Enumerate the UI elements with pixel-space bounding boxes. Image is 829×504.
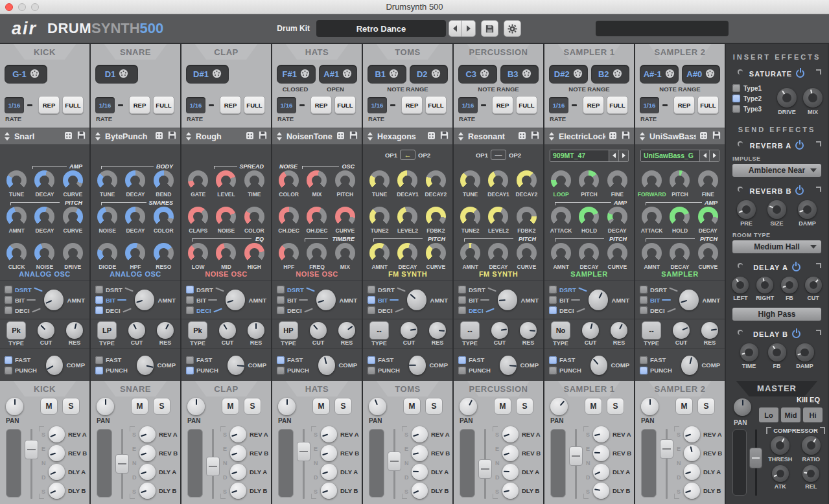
mute-button[interactable]: M xyxy=(312,398,330,415)
bit-checkbox[interactable] xyxy=(277,296,285,304)
fast-checkbox[interactable] xyxy=(640,356,648,364)
dist-amount-knob[interactable] xyxy=(44,290,64,310)
save-preset-button[interactable] xyxy=(711,131,722,142)
send-knob[interactable] xyxy=(684,426,700,442)
right-knob[interactable] xyxy=(756,277,773,293)
color-knob[interactable] xyxy=(244,207,264,227)
send-knob[interactable] xyxy=(321,464,337,480)
solo-button[interactable]: S xyxy=(607,398,624,415)
pre-knob[interactable] xyxy=(737,200,756,219)
mute-button[interactable]: M xyxy=(675,398,693,415)
rep-button[interactable]: REP xyxy=(220,96,241,114)
volume-fader-handle[interactable] xyxy=(569,446,583,466)
decay-knob[interactable] xyxy=(34,207,54,227)
rate-value[interactable]: 1/16 xyxy=(95,97,115,113)
mute-button[interactable]: M xyxy=(131,398,148,415)
send-knob[interactable] xyxy=(684,445,700,461)
deci-checkbox[interactable] xyxy=(95,306,103,314)
tune-knob[interactable] xyxy=(97,170,117,190)
send-knob[interactable] xyxy=(321,445,337,461)
filter-type-button[interactable]: -- xyxy=(642,321,661,339)
punch-checkbox[interactable] xyxy=(5,367,12,374)
master-pan-knob[interactable] xyxy=(734,398,751,416)
sample-prev-button[interactable] xyxy=(609,150,618,161)
filter-type-button[interactable]: HP xyxy=(279,321,298,339)
tune-knob[interactable] xyxy=(460,170,480,190)
hold-knob[interactable] xyxy=(579,207,599,227)
punch-checkbox[interactable] xyxy=(549,367,557,374)
preset-stepper[interactable] xyxy=(549,132,554,141)
preset-name[interactable]: Rough xyxy=(196,132,242,141)
preset-name[interactable]: NoisenTone xyxy=(286,132,333,141)
bend-knob[interactable] xyxy=(154,170,174,190)
punch-checkbox[interactable] xyxy=(186,367,194,374)
op-routing-button[interactable]: — xyxy=(491,150,506,160)
level2-knob[interactable] xyxy=(397,207,417,227)
save-preset-button[interactable] xyxy=(439,131,450,142)
decay2-knob[interactable] xyxy=(517,170,537,190)
rep-button[interactable]: REP xyxy=(310,96,332,114)
filter-type-button[interactable]: LP xyxy=(97,321,117,339)
comp-knob[interactable] xyxy=(318,356,335,375)
send-knob[interactable] xyxy=(49,483,65,499)
preset-stepper[interactable] xyxy=(95,132,100,141)
volume-fader-handle[interactable] xyxy=(206,457,220,476)
note-assign-button[interactable]: A#-1 xyxy=(640,65,679,84)
color-knob[interactable] xyxy=(279,170,299,190)
full-button[interactable]: FULL xyxy=(244,96,265,114)
impulse-dropdown[interactable]: Ambience Near xyxy=(732,164,821,177)
curve-knob[interactable] xyxy=(517,243,537,263)
pan-knob[interactable] xyxy=(278,398,296,415)
pan-knob[interactable] xyxy=(187,398,205,415)
rate-value[interactable]: 1/16 xyxy=(549,97,568,113)
dsrt-checkbox[interactable] xyxy=(186,286,194,293)
amnt-knob[interactable] xyxy=(6,207,27,227)
filter-cutoff-knob[interactable] xyxy=(219,322,236,339)
solo-button[interactable]: S xyxy=(153,398,170,415)
solo-button[interactable]: S xyxy=(425,398,443,415)
dist-amount-knob[interactable] xyxy=(679,290,699,310)
saturate-power-button[interactable] xyxy=(796,69,804,78)
preset-name[interactable]: BytePunch xyxy=(105,132,152,141)
rate-value[interactable]: 1/16 xyxy=(458,97,478,113)
ratio-knob[interactable] xyxy=(802,436,821,455)
mute-button[interactable]: M xyxy=(403,398,421,415)
randomize-button[interactable] xyxy=(698,131,709,142)
send-knob[interactable] xyxy=(684,464,700,480)
save-preset-button[interactable] xyxy=(167,131,178,142)
filter-resonance-knob[interactable] xyxy=(338,322,355,339)
comp-knob[interactable] xyxy=(46,356,63,375)
send-knob[interactable] xyxy=(49,464,65,480)
dist-amount-knob[interactable] xyxy=(589,290,608,310)
reverb-b-power-button[interactable] xyxy=(795,187,804,195)
mix-knob[interactable] xyxy=(335,243,355,263)
note-assign-button[interactable]: B3 xyxy=(500,65,539,84)
note-assign-button[interactable]: D2 xyxy=(410,65,449,84)
full-button[interactable]: FULL xyxy=(697,96,719,114)
drive-knob[interactable] xyxy=(63,243,83,263)
time-knob[interactable] xyxy=(244,170,264,190)
mix-knob[interactable] xyxy=(307,170,327,190)
rep-button[interactable]: REP xyxy=(673,96,695,114)
note-assign-button[interactable]: B1 xyxy=(368,65,406,84)
volume-fader-handle[interactable] xyxy=(25,440,38,459)
fast-checkbox[interactable] xyxy=(549,356,557,364)
deci-checkbox[interactable] xyxy=(640,306,648,314)
preset-stepper[interactable] xyxy=(640,132,645,141)
preset-stepper[interactable] xyxy=(368,132,373,141)
full-button[interactable]: FULL xyxy=(334,96,356,114)
damp-knob[interactable] xyxy=(798,200,817,219)
curve-knob[interactable] xyxy=(698,243,718,263)
dsrt-checkbox[interactable] xyxy=(95,286,103,293)
filter-resonance-knob[interactable] xyxy=(611,322,627,339)
level2-knob[interactable] xyxy=(488,207,508,227)
master-fader-handle[interactable] xyxy=(749,448,762,468)
volume-fader-handle[interactable] xyxy=(115,454,129,474)
send-knob[interactable] xyxy=(230,483,246,499)
size-knob[interactable] xyxy=(767,200,786,219)
curve-knob[interactable] xyxy=(607,243,627,263)
send-knob[interactable] xyxy=(321,426,337,442)
fdbk2-knob[interactable] xyxy=(517,207,537,227)
dist-amount-knob[interactable] xyxy=(407,290,426,310)
amnt-knob[interactable] xyxy=(369,243,390,263)
